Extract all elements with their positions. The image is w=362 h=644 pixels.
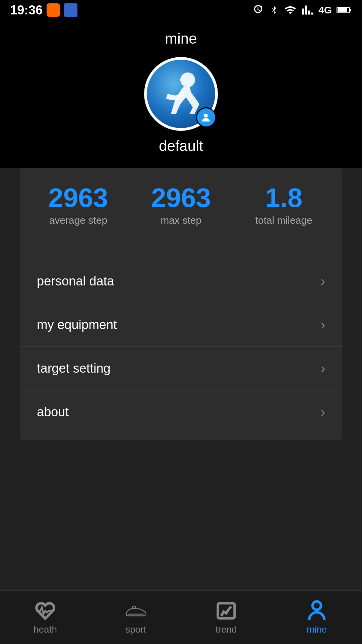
svg-point-4 [204, 113, 208, 117]
max-step-value: 2963 [151, 184, 211, 211]
total-mileage-value: 1.8 [265, 184, 302, 211]
person-icon [306, 600, 328, 622]
chevron-right-icon: › [321, 317, 325, 332]
heart-rate-icon [35, 600, 56, 622]
heath-icon-svg [35, 601, 55, 621]
menu-item-personal-data[interactable]: personal data › [20, 260, 342, 303]
status-left: 19:36 [10, 3, 77, 17]
menu-item-my-equipment[interactable]: my equipment › [20, 303, 342, 347]
average-step-value: 2963 [48, 184, 108, 211]
sport-icon-svg [125, 601, 147, 620]
stat-total-mileage: 1.8 total mileage [232, 184, 335, 226]
svg-point-7 [313, 601, 321, 610]
trend-icon-svg [216, 601, 236, 621]
chart-icon [216, 600, 237, 622]
nav-item-mine[interactable]: mine [272, 600, 362, 635]
total-mileage-label: total mileage [255, 215, 312, 226]
avatar-badge [196, 107, 216, 127]
svg-rect-1 [350, 9, 351, 11]
chevron-right-icon: › [321, 361, 325, 376]
nav-label-sport: sport [125, 624, 146, 635]
status-bar: 19:36 4G [0, 0, 362, 20]
edit-icon [200, 112, 212, 123]
wifi-icon [284, 4, 297, 16]
stats-row: 2963 average step 2963 max step 1.8 tota… [20, 168, 342, 236]
max-step-label: max step [161, 215, 201, 226]
app-icon-orange [47, 3, 60, 17]
battery-icon [337, 5, 352, 15]
header-area: mine default [0, 20, 362, 168]
chevron-right-icon: › [321, 274, 325, 289]
mine-icon-svg [307, 600, 327, 622]
menu-section: personal data › my equipment › target se… [20, 253, 342, 440]
stats-spacer [20, 243, 342, 253]
stats-menu-card: 2963 average step 2963 max step 1.8 tota… [20, 168, 342, 440]
nav-label-trend: trend [216, 624, 237, 635]
status-time: 19:36 [10, 3, 43, 17]
network-type: 4G [318, 4, 332, 16]
menu-item-about-label: about [37, 405, 69, 419]
signal-icon [302, 4, 314, 16]
main-content: mine default [0, 20, 362, 590]
page-title: mine [165, 30, 197, 47]
shoe-icon [125, 600, 147, 622]
bluetooth-icon [269, 4, 279, 16]
nav-label-heath: heath [34, 624, 57, 635]
svg-rect-6 [218, 603, 235, 618]
stat-average-step: 2963 average step [27, 184, 130, 226]
menu-item-target-setting[interactable]: target setting › [20, 347, 342, 390]
nav-item-sport[interactable]: sport [90, 600, 181, 635]
svg-rect-2 [338, 8, 347, 12]
menu-item-personal-data-label: personal data [37, 274, 114, 288]
status-right: 4G [252, 4, 352, 16]
menu-item-my-equipment-label: my equipment [37, 318, 117, 332]
nav-item-heath[interactable]: heath [0, 600, 90, 635]
app-icon-blue [64, 3, 77, 17]
avatar-container [144, 57, 218, 131]
menu-item-about[interactable]: about › [20, 390, 342, 434]
stat-max-step: 2963 max step [130, 184, 233, 226]
bottom-nav: heath sport trend [0, 590, 362, 644]
alarm-icon [252, 4, 264, 16]
chevron-right-icon: › [321, 405, 325, 420]
nav-label-mine: mine [307, 624, 327, 635]
nav-item-trend[interactable]: trend [181, 600, 272, 635]
menu-item-target-setting-label: target setting [37, 361, 111, 376]
average-step-label: average step [49, 215, 107, 226]
profile-name: default [159, 138, 203, 154]
svg-point-3 [180, 72, 195, 87]
